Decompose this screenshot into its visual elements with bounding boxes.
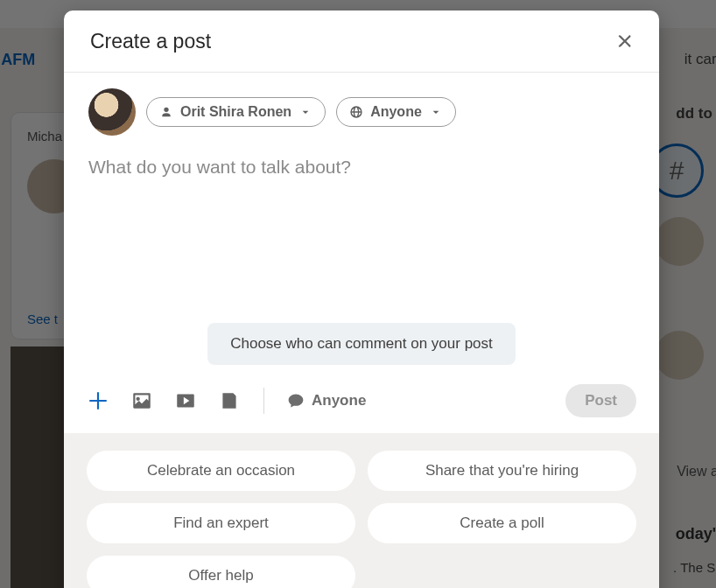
add-document-button[interactable]	[218, 389, 241, 412]
create-post-modal: Create a post Orit Shira Ronen Anyone Wh…	[64, 10, 659, 588]
post-editor[interactable]: What do you want to talk about?	[64, 141, 659, 323]
chip-expert[interactable]: Find an expert	[87, 503, 355, 543]
chevron-down-icon	[429, 105, 443, 119]
author-row: Orit Shira Ronen Anyone	[64, 73, 659, 141]
comment-scope-button[interactable]: Anyone	[287, 392, 366, 410]
video-icon	[174, 389, 197, 412]
chip-help[interactable]: Offer help	[87, 556, 355, 588]
chevron-down-icon	[298, 105, 312, 119]
chip-celebrate[interactable]: Celebrate an occasion	[87, 451, 355, 491]
close-button[interactable]	[610, 26, 640, 56]
comment-tooltip: Choose who can comment on your post	[207, 323, 516, 365]
author-selector[interactable]: Orit Shira Ronen	[146, 97, 326, 127]
comment-icon	[287, 392, 305, 410]
post-button[interactable]: Post	[565, 384, 636, 417]
visibility-label: Anyone	[370, 104, 422, 120]
modal-title: Create a post	[90, 30, 211, 53]
close-icon	[615, 32, 635, 51]
tooltip-wrap: Choose who can comment on your post	[64, 323, 659, 375]
suggestion-tray: Celebrate an occasion Share that you're …	[64, 433, 659, 588]
comment-scope-label: Anyone	[312, 392, 366, 410]
visibility-selector[interactable]: Anyone	[336, 97, 456, 127]
document-icon	[218, 389, 241, 412]
person-icon	[159, 105, 173, 119]
toolbar: Anyone Post	[64, 375, 659, 433]
avatar	[88, 88, 136, 136]
photo-icon	[130, 389, 153, 412]
add-photo-button[interactable]	[130, 389, 153, 412]
modal-header: Create a post	[64, 10, 659, 73]
globe-icon	[349, 105, 363, 119]
chip-poll[interactable]: Create a poll	[368, 503, 636, 543]
chip-hiring[interactable]: Share that you're hiring	[368, 451, 636, 491]
add-video-button[interactable]	[174, 389, 197, 412]
author-name: Orit Shira Ronen	[180, 104, 291, 120]
plus-icon	[87, 389, 109, 412]
editor-placeholder: What do you want to talk about?	[88, 157, 351, 177]
add-button[interactable]	[87, 389, 109, 412]
toolbar-divider	[263, 388, 264, 414]
